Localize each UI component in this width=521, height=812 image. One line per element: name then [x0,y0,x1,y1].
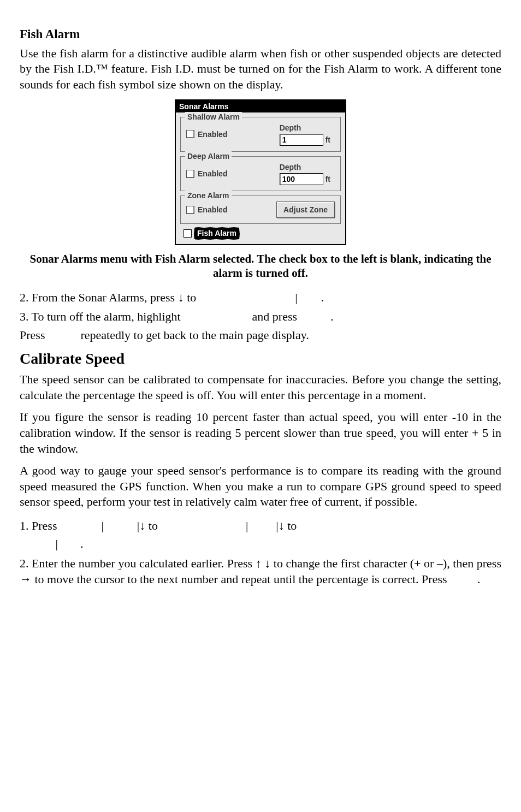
group-shallow-alarm: Shallow Alarm Enabled Depth 1 ft [180,117,341,152]
arrow-down-icon: ↓ [178,291,184,304]
press-text-a: Press [20,328,45,342]
arrow-down-icon: ↓ [279,519,285,532]
paragraph-fish-alarm: Use the fish alarm for a distinctive aud… [20,46,501,93]
label-zone-enabled: Enabled [198,205,227,215]
checkbox-fish-alarm[interactable] [183,229,192,238]
figure-caption: Sonar Alarms menu with Fish Alarm select… [20,252,501,281]
cal2-a: 2. Enter the number you calculated earli… [20,556,256,570]
step-3-text-a: 3. To turn off the alarm, highlight [20,310,183,323]
step-3-text-b: and press [252,310,297,323]
step-2-pipe: | [295,291,297,304]
calibrate-step-1: 1. Press | |↓ to | |↓ to | . [20,517,501,553]
paragraph-calibrate-2: If you figure the sensor is reading 10 p… [20,410,501,457]
checkbox-shallow-enabled[interactable] [186,130,194,138]
sonar-alarms-dialog: Sonar Alarms Shallow Alarm Enabled Depth… [175,99,346,245]
step-2-text-b: to [184,291,199,304]
dialog-titlebar: Sonar Alarms [176,100,345,112]
press-line: Press repeatedly to get back to the main… [20,328,501,343]
step-3: 3. To turn off the alarm, highlight and … [20,309,501,325]
group-zone-alarm: Zone Alarm Enabled Adjust Zone [180,195,341,224]
dialog-figure: Sonar Alarms Shallow Alarm Enabled Depth… [20,99,501,245]
adjust-zone-button[interactable]: Adjust Zone [276,201,335,218]
cal1-i: . [80,537,84,550]
arrow-right-icon: → [20,572,32,586]
arrow-up-icon: ↑ [256,556,262,570]
press-text-b: repeatedly to get back to the main page … [80,328,309,342]
unit-deep: ft [325,174,330,184]
group-title-deep: Deep Alarm [185,151,232,161]
cal1-g: to [287,519,297,532]
cal2-c: to move the cursor to the next number an… [32,572,447,586]
calibrate-step-2: 2. Enter the number you calculated earli… [20,556,501,587]
unit-shallow: ft [325,135,330,145]
cal1-h: | [56,537,58,550]
heading-fish-alarm: Fish Alarm [20,26,501,43]
arrow-down-icon: ↓ [139,519,145,532]
cal1-b: | [101,519,103,532]
cal2-b: to change the first character (+ or –), … [270,556,501,570]
arrow-down-icon: ↓ [264,556,270,570]
label-shallow-depth: Depth [280,123,301,133]
input-shallow-depth[interactable]: 1 [280,134,323,146]
label-deep-enabled: Enabled [198,169,227,179]
label-shallow-enabled: Enabled [198,129,227,139]
group-title-zone: Zone Alarm [185,191,232,200]
group-title-shallow: Shallow Alarm [185,112,242,122]
step-3-period: . [330,310,334,323]
label-deep-depth: Depth [280,162,301,172]
step-2-text-a: 2. From the Sonar Alarms, press [20,291,178,304]
step-2-period: . [321,291,324,304]
cal2-d: . [477,572,481,586]
paragraph-calibrate-3: A good way to gauge your speed sensor's … [20,463,501,510]
checkbox-deep-enabled[interactable] [186,170,194,178]
cal1-e: | [246,519,248,532]
input-deep-depth[interactable]: 100 [280,173,323,185]
paragraph-calibrate-1: The speed sensor can be calibrated to co… [20,372,501,403]
group-deep-alarm: Deep Alarm Enabled Depth 100 ft [180,156,341,191]
heading-calibrate-speed: Calibrate Speed [20,349,501,369]
checkbox-zone-enabled[interactable] [186,206,194,214]
cal1-a: 1. Press [20,519,57,532]
step-2: 2. From the Sonar Alarms, press ↓ to | . [20,290,501,306]
label-fish-alarm-selected[interactable]: Fish Alarm [194,227,240,239]
row-fish-alarm: Fish Alarm [183,227,341,239]
cal1-d: to [149,519,161,532]
